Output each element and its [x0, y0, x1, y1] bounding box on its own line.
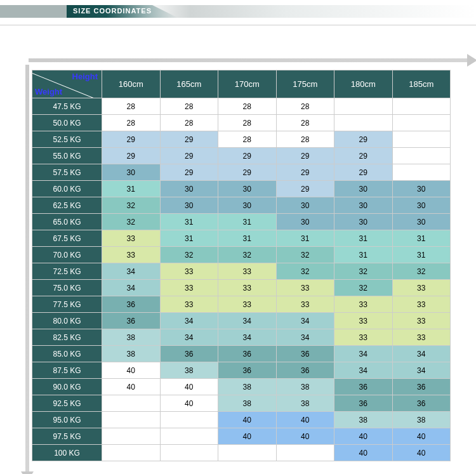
table-row: 65.0 KG323131303030: [32, 214, 451, 230]
size-cell: 33: [334, 329, 393, 346]
size-cell: 38: [218, 379, 277, 395]
table-row: 87.5 KG403836363434: [32, 362, 451, 379]
size-cell: 30: [276, 197, 334, 214]
header-row: Height Weight 160cm165cm170cm175cm180cm1…: [32, 70, 451, 98]
size-cell: 32: [160, 247, 218, 263]
row-header: 52.5 KG: [32, 131, 102, 148]
size-cell: 38: [218, 395, 277, 412]
size-cell: 38: [276, 379, 334, 395]
size-cell: 31: [218, 214, 277, 230]
size-cell: 34: [334, 346, 393, 362]
table-row: 50.0 KG28282828: [32, 115, 451, 131]
size-cell: 31: [334, 230, 393, 247]
size-cell: 36: [102, 313, 161, 329]
size-cell: 30: [160, 181, 218, 197]
row-header: 72.5 KG: [32, 263, 102, 280]
size-cell: 40: [392, 445, 451, 461]
size-cell: 28: [218, 115, 277, 131]
size-cell: 30: [392, 214, 451, 230]
size-cell: 38: [102, 346, 161, 362]
size-cell: 36: [334, 395, 393, 412]
size-cell: 31: [160, 230, 218, 247]
row-header: 97.5 KG: [32, 428, 102, 445]
col-header: 175cm: [276, 70, 334, 98]
size-table: Height Weight 160cm165cm170cm175cm180cm1…: [32, 70, 451, 461]
row-header: 95.0 KG: [32, 412, 102, 428]
size-cell: 32: [218, 247, 277, 263]
size-cell: 34: [334, 362, 393, 379]
size-cell: [102, 395, 161, 412]
size-cell: 29: [102, 148, 161, 164]
size-cell: 34: [392, 346, 451, 362]
table-row: 60.0 KG313030293030: [32, 181, 451, 197]
size-cell: 29: [160, 131, 218, 148]
table-row: 77.5 KG363333333333: [32, 296, 451, 313]
table-row: 67.5 KG333131313131: [32, 230, 451, 247]
size-cell: [102, 428, 161, 445]
header-accent-block: [0, 5, 67, 18]
size-cell: 33: [392, 280, 451, 296]
size-cell: 40: [160, 395, 218, 412]
col-header: 165cm: [160, 70, 218, 98]
size-cell: 40: [218, 412, 277, 428]
size-cell: 40: [392, 428, 451, 445]
size-cell: 28: [276, 98, 334, 115]
size-cell: 30: [276, 214, 334, 230]
size-cell: 29: [218, 164, 277, 181]
size-cell: 30: [392, 197, 451, 214]
size-cell: 32: [392, 263, 451, 280]
size-cell: [392, 115, 451, 131]
size-cell: 34: [392, 362, 451, 379]
table-row: 97.5 KG40404040: [32, 428, 451, 445]
size-cell: 30: [218, 181, 277, 197]
size-cell: 30: [334, 181, 393, 197]
size-cell: 34: [218, 329, 277, 346]
size-cell: 30: [160, 197, 218, 214]
size-cell: [160, 428, 218, 445]
size-cell: 38: [276, 395, 334, 412]
size-cell: 36: [218, 346, 277, 362]
size-cell: 40: [334, 445, 393, 461]
size-cell: [334, 115, 393, 131]
row-header: 67.5 KG: [32, 230, 102, 247]
size-cell: 30: [392, 181, 451, 197]
size-cell: 40: [102, 362, 161, 379]
table-row: 100 KG4040: [32, 445, 451, 461]
row-header: 85.0 KG: [32, 346, 102, 362]
size-cell: 34: [218, 313, 277, 329]
size-cell: 40: [334, 428, 393, 445]
corner-cell: Height Weight: [32, 70, 102, 98]
table-row: 85.0 KG383636363434: [32, 346, 451, 362]
row-header: 87.5 KG: [32, 362, 102, 379]
size-cell: 36: [334, 379, 393, 395]
size-cell: [334, 98, 393, 115]
size-cell: 36: [276, 362, 334, 379]
row-header: 62.5 KG: [32, 197, 102, 214]
size-cell: 29: [102, 131, 161, 148]
size-cell: 38: [160, 362, 218, 379]
table-row: 62.5 KG323030303030: [32, 197, 451, 214]
size-cell: 34: [160, 329, 218, 346]
size-cell: 28: [160, 115, 218, 131]
size-cell: 34: [276, 329, 334, 346]
size-cell: 28: [276, 115, 334, 131]
table-row: 95.0 KG40403838: [32, 412, 451, 428]
size-cell: 33: [160, 263, 218, 280]
col-header: 185cm: [392, 70, 451, 98]
table-row: 75.0 KG343333333233: [32, 280, 451, 296]
size-cell: 38: [334, 412, 393, 428]
table-body: 47.5 KG2828282850.0 KG2828282852.5 KG292…: [32, 98, 451, 461]
row-header: 100 KG: [32, 445, 102, 461]
size-cell: 32: [102, 197, 161, 214]
size-cell: 33: [392, 329, 451, 346]
size-cell: 31: [160, 214, 218, 230]
size-cell: [160, 412, 218, 428]
size-cell: 29: [276, 181, 334, 197]
row-header: 57.5 KG: [32, 164, 102, 181]
size-cell: 40: [276, 412, 334, 428]
y-axis-label: Weight: [35, 87, 62, 96]
size-cell: 34: [276, 313, 334, 329]
size-cell: 29: [160, 148, 218, 164]
size-cell: 31: [392, 247, 451, 263]
size-cell: 33: [392, 313, 451, 329]
